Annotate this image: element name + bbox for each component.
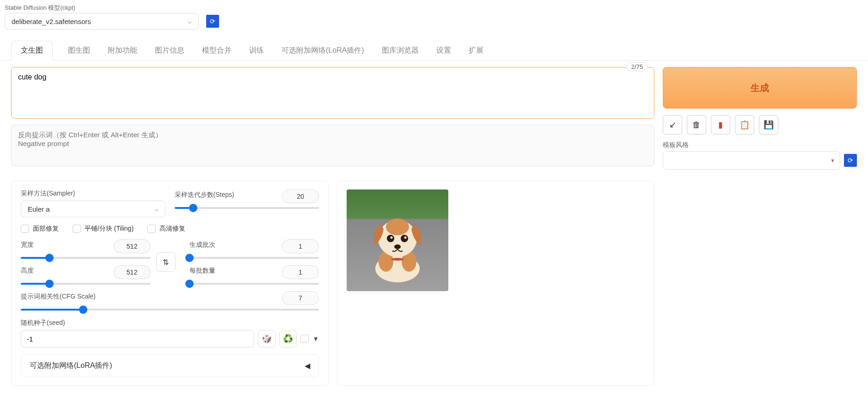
paste-button[interactable]: 📋 <box>735 115 754 134</box>
sampler-label: 采样方法(Sampler) <box>21 189 165 198</box>
height-label: 高度 <box>21 267 34 275</box>
chevron-down-icon: ⌵ <box>154 205 159 213</box>
seed-label: 随机种子(seed) <box>21 319 319 327</box>
height-value[interactable]: 512 <box>114 265 151 279</box>
seed-input[interactable] <box>21 330 254 348</box>
dropdown-caret-icon[interactable]: ▼ <box>312 335 319 342</box>
save-style-button[interactable]: 💾 <box>759 115 778 134</box>
puppy-image <box>358 206 437 285</box>
tab-merge[interactable]: 模型合并 <box>200 41 234 61</box>
lora-section-label: 可选附加网络(LoRA插件) <box>30 361 112 371</box>
token-counter: 2/75 <box>626 62 648 71</box>
output-image[interactable] <box>347 189 448 291</box>
recycle-icon: ♻️ <box>283 334 293 344</box>
svg-point-8 <box>404 237 407 239</box>
model-label: Stable Diffusion 模型(ckpt) <box>5 4 863 12</box>
svg-point-4 <box>386 219 409 235</box>
save-icon: 💾 <box>764 120 774 130</box>
batch-count-slider[interactable] <box>189 257 319 259</box>
sampler-value: Euler a <box>28 205 50 213</box>
tab-lora[interactable]: 可选附加网络(LoRA插件) <box>279 41 367 61</box>
batch-count-value[interactable]: 1 <box>282 239 319 253</box>
random-seed-button[interactable]: 🎲 <box>258 330 275 348</box>
steps-value[interactable]: 20 <box>282 189 319 203</box>
model-value: deliberate_v2.safetensors <box>12 18 91 25</box>
svg-point-10 <box>391 258 404 261</box>
tab-txt2img[interactable]: 文生图 <box>11 41 53 61</box>
style-label: 模板风格 <box>663 141 857 149</box>
tiling-checkbox[interactable]: 平铺/分块 (Tiling) <box>73 225 134 233</box>
cfg-value[interactable]: 7 <box>282 291 319 305</box>
negative-prompt-input[interactable] <box>11 125 654 166</box>
width-label: 宽度 <box>21 241 34 249</box>
svg-point-9 <box>394 244 401 249</box>
steps-label: 采样迭代步数(Steps) <box>175 191 234 199</box>
cfg-slider[interactable] <box>21 309 319 311</box>
arrow-icon: ↙ <box>669 120 676 130</box>
batch-size-label: 每批数量 <box>189 267 215 275</box>
tab-extensions[interactable]: 扩展 <box>466 41 486 61</box>
lora-section-toggle[interactable]: 可选附加网络(LoRA插件) ◀ <box>21 354 319 377</box>
svg-point-6 <box>401 235 408 242</box>
reuse-seed-button[interactable]: ♻️ <box>279 330 297 348</box>
dice-icon: 🎲 <box>262 334 272 344</box>
refresh-icon: ⟳ <box>210 18 215 25</box>
svg-point-12 <box>400 275 409 281</box>
width-value[interactable]: 512 <box>114 239 151 253</box>
tab-train[interactable]: 训练 <box>247 41 266 61</box>
restore-faces-checkbox[interactable]: 面部修复 <box>21 225 59 233</box>
prompt-input[interactable]: cute dog <box>11 67 654 119</box>
styles-button[interactable]: ▮ <box>711 115 730 134</box>
hires-fix-checkbox[interactable]: 高清修复 <box>147 225 185 233</box>
cfg-label: 提示词相关性(CFG Scale) <box>21 293 96 301</box>
trash-icon: 🗑 <box>692 120 701 130</box>
batch-size-slider[interactable] <box>189 283 319 285</box>
card-icon: ▮ <box>718 120 723 130</box>
tab-extras[interactable]: 附加功能 <box>105 41 140 61</box>
batch-size-value[interactable]: 1 <box>282 265 319 279</box>
tab-img2img[interactable]: 图生图 <box>66 41 92 61</box>
output-gallery[interactable] <box>337 181 654 386</box>
seed-extra-checkbox[interactable] <box>300 335 309 343</box>
chevron-down-icon: ▾ <box>831 157 834 164</box>
svg-point-7 <box>391 237 393 239</box>
svg-point-5 <box>387 235 394 242</box>
tab-settings[interactable]: 设置 <box>434 41 453 61</box>
steps-slider[interactable] <box>175 207 319 209</box>
model-dropdown[interactable]: deliberate_v2.safetensors ⌵ <box>5 13 199 30</box>
clipboard-icon: 📋 <box>740 120 750 130</box>
svg-point-11 <box>386 275 395 281</box>
generate-button[interactable]: 生成 <box>663 67 857 109</box>
sampler-dropdown[interactable]: Euler a ⌵ <box>21 201 165 217</box>
swap-dimensions-button[interactable]: ⇅ <box>156 252 176 272</box>
batch-count-label: 生成批次 <box>189 241 215 249</box>
chevron-down-icon: ⌵ <box>188 17 192 25</box>
width-slider[interactable] <box>21 257 151 259</box>
tab-gallery[interactable]: 图库浏览器 <box>379 41 421 61</box>
height-slider[interactable] <box>21 283 151 285</box>
tab-pnginfo[interactable]: 图片信息 <box>153 41 187 61</box>
refresh-icon: ⟳ <box>848 157 853 164</box>
main-tabs: 文生图 图生图 附加功能 图片信息 模型合并 训练 可选附加网络(LoRA插件)… <box>0 34 868 61</box>
triangle-left-icon: ◀ <box>305 361 310 370</box>
arrow-tool-button[interactable]: ↙ <box>663 115 682 134</box>
swap-icon: ⇅ <box>163 258 169 267</box>
clear-prompt-button[interactable]: 🗑 <box>687 115 706 134</box>
style-dropdown[interactable]: ▾ <box>663 151 840 170</box>
refresh-styles-button[interactable]: ⟳ <box>844 154 857 167</box>
refresh-model-button[interactable]: ⟳ <box>206 15 219 28</box>
